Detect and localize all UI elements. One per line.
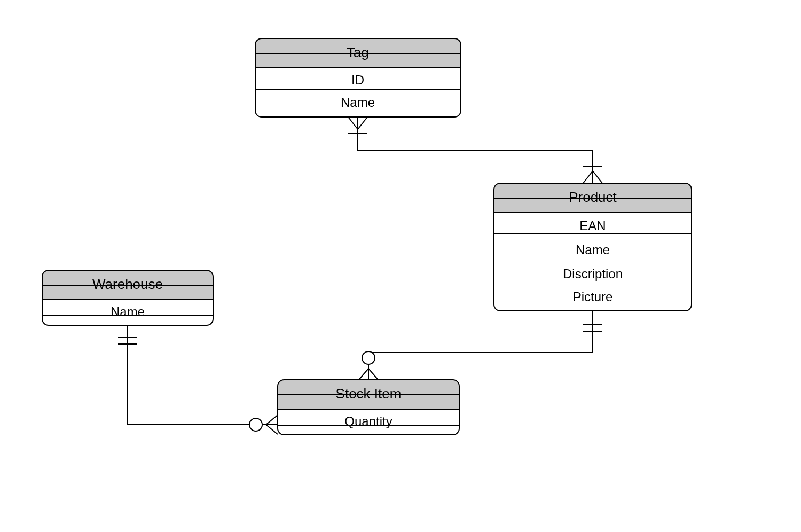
entity-stockitem: Stock Item Quantity — [278, 380, 459, 435]
entity-product-attr-name: Name — [576, 242, 610, 257]
entity-product: Product EAN Name Discription Picture — [494, 183, 692, 311]
relationship-product-stockitem — [359, 311, 602, 380]
svg-line-21 — [358, 117, 367, 129]
entity-tag-attr-id: ID — [351, 73, 364, 87]
entity-product-attr-pic: Picture — [573, 290, 613, 304]
entity-tag: Tag ID Name — [255, 38, 461, 117]
relationship-tag-product — [348, 117, 602, 183]
svg-line-20 — [348, 117, 358, 129]
relationship-warehouse-stockitem — [118, 325, 278, 434]
svg-line-29 — [359, 369, 368, 380]
crowfoot-zero-many-icon — [249, 415, 278, 434]
entity-warehouse: Warehouse Name — [42, 270, 213, 325]
svg-line-24 — [593, 171, 602, 183]
entity-tag-title: Tag — [347, 44, 369, 60]
entity-warehouse-attr-name: Name — [111, 304, 145, 319]
entity-stockitem-attr-qty: Quantity — [344, 414, 392, 428]
svg-point-34 — [249, 418, 262, 431]
svg-point-28 — [362, 351, 375, 364]
entity-product-title: Product — [569, 189, 617, 205]
entity-stockitem-title: Stock Item — [336, 386, 402, 402]
svg-line-36 — [266, 425, 278, 434]
entity-product-attr-desc: Discription — [563, 267, 623, 281]
er-diagram: Tag ID Name Product EAN Name Discription… — [0, 0, 801, 532]
entity-product-attr-ean: EAN — [579, 218, 606, 233]
svg-line-23 — [583, 171, 593, 183]
entity-warehouse-title: Warehouse — [92, 276, 163, 292]
svg-line-35 — [266, 415, 278, 425]
crowfoot-zero-many-icon — [359, 351, 378, 380]
svg-line-30 — [368, 369, 378, 380]
entity-tag-attr-name: Name — [341, 95, 375, 109]
